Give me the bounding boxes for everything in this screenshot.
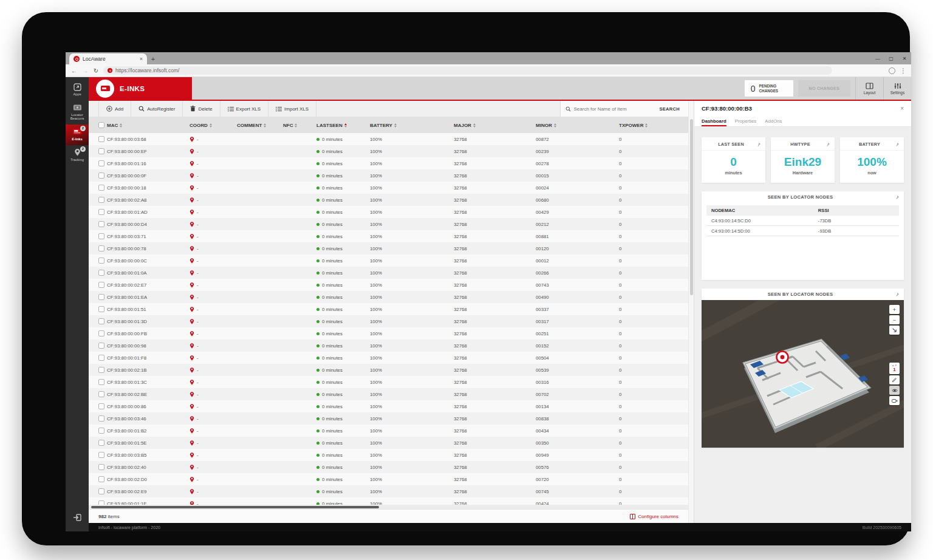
table-row[interactable]: CF:93:80:00:00:86 - 0 m xyxy=(89,400,688,412)
column-header-comment[interactable]: COMMENT xyxy=(237,123,283,128)
coord-pin-icon[interactable] xyxy=(190,160,194,167)
window-close-button[interactable]: ✕ xyxy=(898,53,911,63)
search-button[interactable]: SEARCH xyxy=(656,106,683,112)
table-row[interactable]: CF:93:80:00:00:98 - 0 m xyxy=(89,340,688,352)
vertical-scrollbar-thumb[interactable] xyxy=(690,119,693,295)
browser-tab[interactable]: LocAware × xyxy=(69,53,147,64)
pushpin-icon[interactable] xyxy=(895,292,900,297)
horizontal-scrollbar-thumb[interactable] xyxy=(91,506,379,508)
table-row[interactable]: CF:93:80:00:03:71 - 0 m xyxy=(89,230,688,242)
row-checkbox[interactable] xyxy=(98,415,104,422)
add-button[interactable]: Add xyxy=(98,101,131,117)
autoregister-button[interactable]: AutoRegister xyxy=(131,101,183,117)
back-button[interactable]: ← xyxy=(70,67,78,74)
coord-pin-icon[interactable] xyxy=(190,428,194,434)
row-checkbox[interactable] xyxy=(98,172,104,179)
sidebar-item-tracking[interactable]: 2 Tracking xyxy=(66,145,89,166)
map-camera-button[interactable] xyxy=(889,396,900,405)
coord-pin-icon[interactable] xyxy=(190,294,194,301)
nodes-table-row[interactable]: C4:93:00:14:5C:D0 -73DB xyxy=(706,216,899,226)
table-row[interactable]: CF:93:80:00:01:5E - 0 m xyxy=(89,437,688,449)
coord-pin-icon[interactable] xyxy=(190,148,194,155)
row-checkbox[interactable] xyxy=(98,160,104,166)
table-row[interactable]: CF:93:80:00:02:E9 - 0 m xyxy=(89,485,688,497)
coord-pin-icon[interactable] xyxy=(190,185,194,191)
vertical-scrollbar[interactable] xyxy=(688,101,694,523)
panel-close-icon[interactable]: × xyxy=(900,105,904,112)
map-floor-selector[interactable]: ▲▼1 xyxy=(889,363,900,374)
row-checkbox[interactable] xyxy=(98,245,104,251)
table-row[interactable]: CF:93:80:00:00:0C - 0 m xyxy=(89,254,688,267)
table-row[interactable]: CF:93:80:00:00:D4 - 0 m xyxy=(89,218,688,230)
row-checkbox[interactable] xyxy=(98,500,104,505)
row-checkbox[interactable] xyxy=(98,306,104,312)
column-header-major[interactable]: MAJOR xyxy=(454,123,536,128)
row-checkbox[interactable] xyxy=(98,452,104,458)
pushpin-icon[interactable] xyxy=(895,142,900,147)
forward-button[interactable]: → xyxy=(81,67,89,74)
sidebar-item-einks[interactable]: 2 E-Inks xyxy=(66,125,89,145)
table-row[interactable]: CF:93:80:00:02:D0 - 0 m xyxy=(89,473,688,485)
table-row[interactable]: CF:93:80:00:01:B2 - 0 m xyxy=(89,425,688,437)
import-xls-button[interactable]: Import XLS xyxy=(268,101,316,117)
table-row[interactable]: CF:93:80:00:02:BE - 0 m xyxy=(89,388,688,400)
row-checkbox[interactable] xyxy=(98,185,104,191)
row-checkbox[interactable] xyxy=(98,391,104,397)
row-checkbox[interactable] xyxy=(98,403,104,409)
coord-pin-icon[interactable] xyxy=(190,318,194,325)
map-zoom-in-button[interactable]: + xyxy=(889,305,900,314)
select-all-checkbox[interactable] xyxy=(98,122,104,128)
row-checkbox[interactable] xyxy=(98,270,104,276)
row-checkbox[interactable] xyxy=(98,209,104,215)
coord-pin-icon[interactable] xyxy=(190,452,194,459)
tab-close-icon[interactable]: × xyxy=(140,56,143,62)
column-header-txpower[interactable]: TXPOWER xyxy=(619,123,688,128)
coord-pin-icon[interactable] xyxy=(190,488,194,495)
table-row[interactable]: CF:93:80:00:03:B5 - 0 m xyxy=(89,449,688,461)
horizontal-scrollbar[interactable] xyxy=(89,505,688,509)
table-row[interactable]: CF:93:80:00:02:40 - 0 m xyxy=(89,461,688,473)
coord-pin-icon[interactable] xyxy=(190,330,194,337)
coord-pin-icon[interactable] xyxy=(190,343,194,349)
table-row[interactable]: CF:93:80:00:01:3D - 0 m xyxy=(89,315,688,327)
coord-pin-icon[interactable] xyxy=(190,245,194,252)
coord-pin-icon[interactable] xyxy=(190,306,194,313)
table-row[interactable]: CF:93:80:00:02:E7 - 0 m xyxy=(89,279,688,291)
browser-menu-icon[interactable]: ⋮ xyxy=(900,67,906,74)
coord-pin-icon[interactable] xyxy=(190,282,194,289)
coord-pin-icon[interactable] xyxy=(190,221,194,228)
coord-pin-icon[interactable] xyxy=(190,415,194,422)
row-checkbox[interactable] xyxy=(98,197,104,203)
pushpin-icon[interactable] xyxy=(825,142,830,147)
map-zoom-out-button[interactable]: − xyxy=(889,315,900,324)
row-checkbox[interactable] xyxy=(98,294,104,300)
column-header-battery[interactable]: BATTERY xyxy=(370,123,454,128)
row-checkbox[interactable] xyxy=(98,464,104,470)
coord-pin-icon[interactable] xyxy=(190,209,194,216)
coord-pin-icon[interactable] xyxy=(190,440,194,446)
table-row[interactable]: CF:93:80:00:01:3C - 0 m xyxy=(89,376,688,388)
row-checkbox[interactable] xyxy=(98,428,104,434)
window-maximize-button[interactable]: ▢ xyxy=(884,53,898,63)
coord-pin-icon[interactable] xyxy=(190,355,194,361)
tab-properties[interactable]: Properties xyxy=(735,115,757,126)
row-checkbox[interactable] xyxy=(98,343,104,349)
coord-pin-icon[interactable] xyxy=(190,403,194,410)
pushpin-icon[interactable] xyxy=(895,195,900,200)
row-checkbox[interactable] xyxy=(98,476,104,482)
row-checkbox[interactable] xyxy=(98,440,104,446)
column-header-mac[interactable]: MAC xyxy=(107,123,190,128)
coord-pin-icon[interactable] xyxy=(190,270,194,276)
table-row[interactable]: CF:93:80:00:02:A8 - 0 m xyxy=(89,194,688,206)
configure-columns-button[interactable]: Configure columns xyxy=(630,514,678,519)
tab-dashboard[interactable]: Dashboard xyxy=(702,115,726,126)
sidebar-item-locator-beacons[interactable]: Locator Beacons xyxy=(66,100,89,125)
row-checkbox[interactable] xyxy=(98,136,104,142)
column-header-coord[interactable]: COORD xyxy=(190,123,237,128)
map-3d-mode-button[interactable] xyxy=(889,386,900,395)
nodes-table-row[interactable]: C4:93:00:14:5D:00 -93DB xyxy=(706,226,899,236)
row-checkbox[interactable] xyxy=(98,318,104,324)
coord-pin-icon[interactable] xyxy=(190,136,194,143)
row-checkbox[interactable] xyxy=(98,282,104,288)
table-row[interactable]: CF:93:80:00:01:51 - 0 m xyxy=(89,303,688,315)
